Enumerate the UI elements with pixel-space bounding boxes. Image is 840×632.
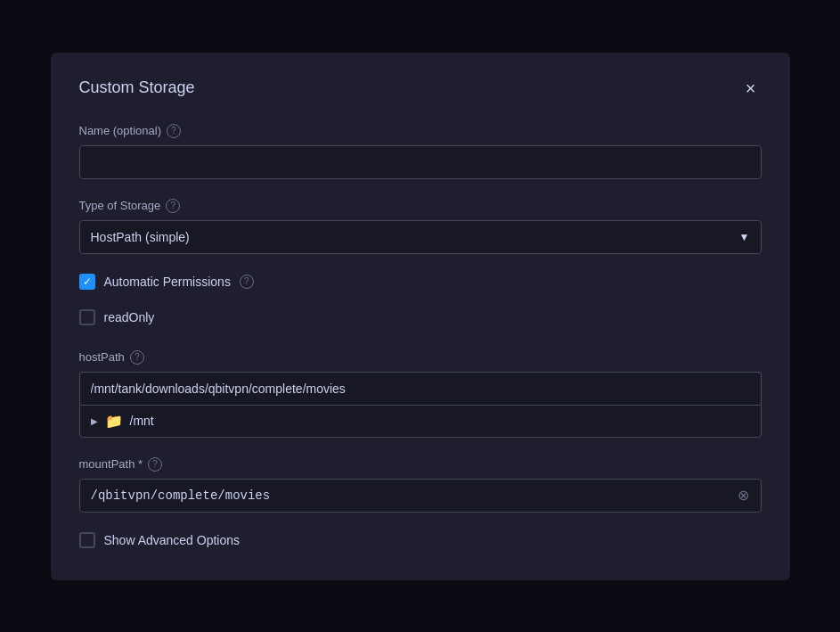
mountpath-field-group: mountPath * ? ⊗ xyxy=(79,457,762,513)
dialog-title: Custom Storage xyxy=(79,78,195,97)
mountpath-input-wrapper: ⊗ xyxy=(79,479,762,513)
hostpath-help-icon[interactable]: ? xyxy=(130,350,144,365)
storage-type-select[interactable]: HostPath (simple) ▼ xyxy=(79,220,762,254)
custom-storage-dialog: Custom Storage × Name (optional) ? Type … xyxy=(51,53,790,580)
hostpath-field-group: hostPath ? ▶ 📁 /mnt xyxy=(79,350,762,438)
folder-icon: 📁 xyxy=(105,413,123,430)
name-field-group: Name (optional) ? xyxy=(79,124,762,179)
readonly-label: readOnly xyxy=(104,310,155,324)
automatic-permissions-checkbox[interactable] xyxy=(79,274,95,290)
automatic-permissions-row: Automatic Permissions ? xyxy=(79,274,762,290)
readonly-row: readOnly xyxy=(79,309,762,325)
show-advanced-checkbox[interactable] xyxy=(79,532,95,548)
mountpath-input[interactable] xyxy=(79,479,762,513)
show-advanced-label: Show Advanced Options xyxy=(104,533,241,547)
hostpath-label: hostPath ? xyxy=(79,350,762,365)
hostpath-tree-row: ▶ 📁 /mnt xyxy=(79,405,762,438)
readonly-checkbox[interactable] xyxy=(79,309,95,325)
automatic-permissions-label: Automatic Permissions xyxy=(104,275,231,289)
storage-type-select-wrapper: HostPath (simple) ▼ xyxy=(79,220,762,254)
name-input[interactable] xyxy=(79,145,762,179)
storage-type-help-icon[interactable]: ? xyxy=(166,199,180,213)
dialog-header: Custom Storage × xyxy=(79,78,762,99)
hostpath-input[interactable] xyxy=(79,372,762,405)
tree-expand-icon[interactable]: ▶ xyxy=(91,416,98,426)
mountpath-help-icon[interactable]: ? xyxy=(148,457,162,472)
name-label: Name (optional) ? xyxy=(79,124,762,138)
show-advanced-row: Show Advanced Options xyxy=(79,532,762,548)
close-button[interactable]: × xyxy=(740,78,762,99)
storage-type-label: Type of Storage ? xyxy=(79,199,762,213)
storage-type-field-group: Type of Storage ? HostPath (simple) ▼ xyxy=(79,199,762,254)
tree-mnt-label[interactable]: /mnt xyxy=(130,414,154,428)
name-help-icon[interactable]: ? xyxy=(167,124,181,138)
automatic-permissions-help-icon[interactable]: ? xyxy=(240,275,254,289)
hostpath-input-wrapper: ▶ 📁 /mnt xyxy=(79,372,762,438)
dropdown-arrow-icon: ▼ xyxy=(739,231,750,243)
mountpath-label: mountPath * ? xyxy=(79,457,762,472)
storage-type-value: HostPath (simple) xyxy=(91,230,190,244)
mountpath-clear-button[interactable]: ⊗ xyxy=(735,487,753,505)
